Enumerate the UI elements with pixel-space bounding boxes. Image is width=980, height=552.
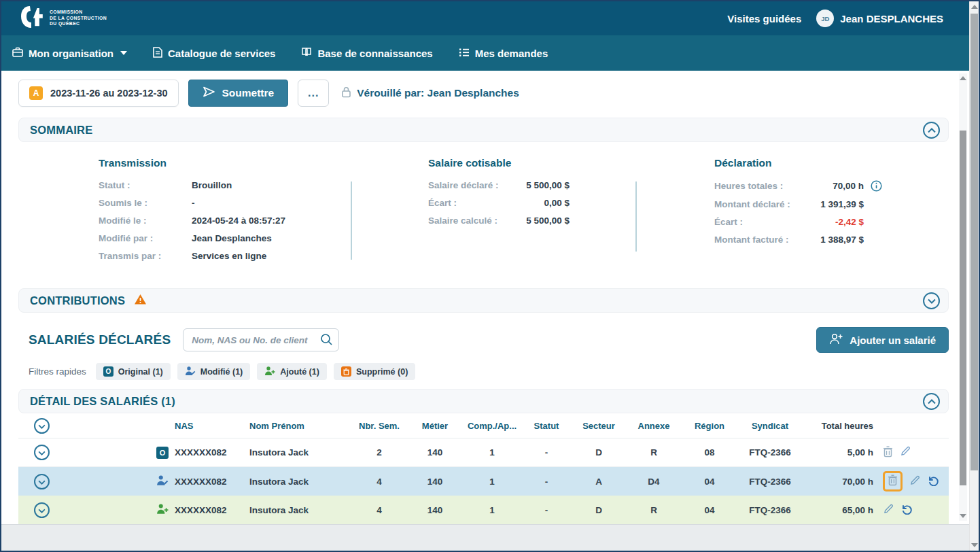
col-metier: Métier	[407, 421, 463, 431]
more-actions-button[interactable]: ...	[298, 80, 329, 107]
user-menu[interactable]: JD Jean DESPLANCHES	[816, 10, 943, 27]
search-icon[interactable]	[320, 333, 333, 349]
statut-value: Brouillon	[192, 180, 232, 190]
scroll-down-arrow[interactable]	[960, 514, 966, 518]
visites-guidees-link[interactable]: Visites guidées	[727, 13, 801, 24]
person-add-icon	[829, 333, 843, 347]
sommaire-collapse-button[interactable]	[923, 122, 940, 139]
highlight-box	[883, 471, 903, 491]
undo-row-button[interactable]	[927, 475, 939, 488]
chevron-up-icon	[928, 125, 936, 135]
filter-original[interactable]: O Original (1)	[96, 363, 171, 380]
bottom-strip	[1, 524, 979, 551]
row-expand-button[interactable]	[34, 474, 50, 489]
col-comp-ap: Comp./Ap...	[463, 421, 521, 431]
outer-scrollbar-thumb[interactable]	[970, 14, 978, 470]
total-hours-value: 65,00 h	[803, 505, 873, 515]
book-icon	[301, 47, 312, 59]
total-hours-value: 70,00 h	[803, 477, 873, 487]
locked-by-indicator: Vérouillé par: Jean Desplanches	[341, 86, 519, 101]
declaration-column: Déclaration Heures totales : 70,00 h Mon…	[637, 157, 882, 261]
filter-supprime[interactable]: Supprimé (0)	[334, 363, 415, 380]
pencil-icon	[900, 446, 911, 459]
salaries-declares-title: SALARIÉS DÉCLARÉS	[29, 332, 171, 347]
pencil-icon	[883, 504, 894, 517]
col-statut: Statut	[521, 421, 572, 431]
warning-icon	[134, 294, 147, 308]
row-expand-button[interactable]	[34, 502, 50, 518]
table-row-added: XXXXXX082 Insutora Jack 4 140 1 - D R 04…	[18, 496, 949, 524]
expand-all-button[interactable]	[34, 418, 50, 434]
sommaire-header: SOMMAIRE	[18, 118, 949, 142]
detail-collapse-button[interactable]	[923, 393, 940, 410]
document-icon	[153, 47, 162, 60]
chevron-down-icon	[38, 505, 46, 515]
table-header: NAS Nom Prénom Nbr. Sem. Métier Comp./Ap…	[18, 413, 949, 438]
nas-value: XXXXXX082	[175, 477, 249, 487]
undo-icon	[900, 504, 912, 517]
montant-facture-value: 1 388,97 $	[801, 235, 864, 245]
pencil-icon	[909, 475, 920, 488]
user-name: Jean DESPLANCHES	[840, 13, 943, 24]
col-secteur: Secteur	[572, 421, 626, 431]
edit-row-button[interactable]	[909, 475, 920, 488]
salaire-cotisable-column: Salaire cotisable Salaire déclaré :5 500…	[352, 157, 637, 261]
inner-scrollbar-thumb[interactable]	[960, 131, 966, 485]
name-value: Insutora Jack	[249, 505, 351, 515]
delete-row-button[interactable]	[883, 446, 893, 460]
list-icon	[459, 48, 470, 59]
nav-base-connaissances[interactable]: Base de connaissances	[301, 47, 432, 59]
chevron-up-icon	[928, 396, 936, 407]
nav-mes-demandes[interactable]: Mes demandes	[459, 48, 548, 59]
soumis-le-value: -	[192, 198, 195, 208]
contributions-header: CONTRIBUTIONS	[18, 288, 949, 313]
detail-salaries-title: DÉTAIL DES SALARIÉS (1)	[30, 395, 175, 408]
ccq-logo-text: COMMISSION DE LA CONSTRUCTION DU QUÉBEC	[50, 10, 107, 27]
nas-value: XXXXXX082	[175, 505, 249, 515]
ccq-logo[interactable]: COMMISSION DE LA CONSTRUCTION DU QUÉBEC	[20, 5, 107, 32]
salaire-calcule-value: 5 500,00 $	[502, 215, 570, 226]
delete-row-button[interactable]	[888, 475, 898, 488]
person-plus-icon	[156, 503, 169, 517]
ccq-logo-icon	[20, 5, 43, 32]
col-region: Région	[682, 421, 737, 431]
info-icon[interactable]	[871, 180, 882, 192]
salaire-declare-value: 5 500,00 $	[502, 180, 570, 190]
row-expand-button[interactable]	[34, 445, 50, 460]
undo-row-button[interactable]	[900, 504, 912, 517]
scroll-down-arrow[interactable]	[971, 543, 978, 547]
heures-totales-value: 70,00 h	[801, 181, 864, 191]
period-selector[interactable]: A 2023-11-26 au 2023-12-30	[18, 80, 179, 107]
col-nom-prenom: Nom Prénom	[249, 421, 351, 431]
edit-row-button[interactable]	[900, 446, 911, 459]
scroll-up-arrow[interactable]	[960, 76, 966, 80]
scroll-up-arrow[interactable]	[971, 5, 978, 9]
ecart-salaire-value: 0,00 $	[502, 198, 570, 208]
nav-mon-organisation[interactable]: Mon organisation	[12, 47, 127, 59]
declaration-title: Déclaration	[714, 157, 882, 169]
period-type-badge: A	[29, 86, 43, 100]
add-employee-button[interactable]: Ajouter un salarié	[816, 327, 949, 353]
col-nbr-sem: Nbr. Sem.	[351, 421, 407, 431]
chevron-down-icon	[38, 447, 46, 458]
montant-declare-value: 1 391,39 $	[801, 199, 864, 209]
search-input[interactable]	[183, 328, 339, 351]
inner-scrollbar[interactable]	[959, 73, 967, 521]
employee-search	[183, 328, 339, 351]
person-edit-icon	[185, 366, 196, 378]
person-plus-icon	[264, 366, 275, 378]
contributions-expand-button[interactable]	[923, 292, 940, 309]
nav-catalogue-services[interactable]: Catalogue de services	[153, 47, 275, 60]
filter-ajoute[interactable]: Ajouté (1)	[257, 363, 327, 380]
sommaire-body: Transmission Statut :Brouillon Soumis le…	[18, 142, 949, 283]
app-window: COMMISSION DE LA CONSTRUCTION DU QUÉBEC …	[0, 0, 980, 552]
edit-row-button[interactable]	[883, 504, 894, 517]
main-content: A 2023-11-26 au 2023-12-30 Soumettre ...…	[1, 71, 979, 524]
salaries-declares-row: SALARIÉS DÉCLARÉS Ajouter un salarié	[18, 327, 949, 353]
modifie-par-value: Jean Desplanches	[192, 233, 272, 243]
submit-button[interactable]: Soumettre	[188, 80, 289, 107]
filter-modifie[interactable]: Modifié (1)	[177, 363, 251, 380]
avatar: JD	[816, 10, 834, 27]
main-nav: Mon organisation Catalogue de services B…	[1, 35, 979, 71]
outer-scrollbar[interactable]	[969, 1, 979, 551]
